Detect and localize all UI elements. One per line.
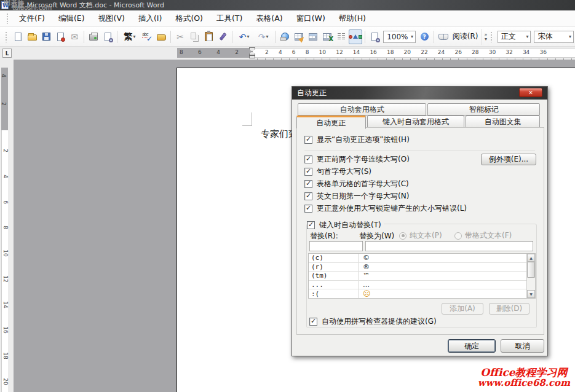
tab-autocorrect[interactable]: 自动更正 [296,116,366,129]
replace-label: 替换(R): [310,231,338,241]
checkbox-capitalize-table-cells[interactable]: ✓ 表格单元格的首字母大写(C) [304,179,409,189]
cancel-button[interactable]: 取消 [501,339,544,353]
document-map-icon [371,33,378,41]
checkbox-correct-two-initial-caps[interactable]: ✓ 更正前两个字母连续大写(O) [304,154,410,164]
hyperlink-button[interactable] [278,29,291,44]
tables-borders-button[interactable] [292,29,306,44]
table-row[interactable]: (c) © [309,254,526,263]
checkbox-replace-as-you-type[interactable]: ✓ 键入时自动替换(T) [307,220,384,230]
exceptions-button[interactable]: 例外项(E)... [481,154,536,165]
check-icon: ✓ [306,205,311,211]
checkbox-capitalize-dates[interactable]: ✓ 英文日期第一个字母大写(N) [304,191,409,201]
undo-button[interactable]: ↶▾ [235,29,253,44]
read-label: 阅读(R) [453,31,478,42]
checkbox[interactable]: ✓ [304,136,312,144]
menu-item[interactable]: 表格(A) [249,11,289,26]
vertical-ruler-gray-numbers: 42 [2,73,6,107]
paste-button[interactable] [202,29,215,44]
replace-cell: ... [309,281,359,289]
with-cell: ® [359,263,526,272]
new-document-button[interactable] [11,29,25,44]
scrollbar-thumb[interactable] [527,262,535,278]
menu-item[interactable]: 编辑(E) [52,11,92,26]
table-scrollbar[interactable]: ▲ ▼ [526,254,535,298]
tab-row-1: 自动套用格式 智能标记 [298,103,540,116]
checkbox[interactable]: ✓ [304,155,312,163]
table-row[interactable]: (tm) ™ [309,272,526,281]
help-button[interactable]: ? [418,29,431,44]
menu-item[interactable]: 插入(I) [132,11,169,26]
save-button[interactable] [39,29,53,44]
print-button[interactable] [87,29,100,44]
toolbar-options-button[interactable]: »▾ [482,29,490,45]
toolbar-grip[interactable] [490,31,493,42]
tab-smart-tags[interactable]: 智能标记 [427,103,540,116]
checkbox[interactable]: ✓ [304,168,312,176]
spelling-button[interactable]: abc✓ [140,29,154,44]
checkbox-show-autocorrect-options[interactable]: ✓ 显示“自动更正选项”按钮(H) [304,135,410,144]
style-combobox[interactable]: 正文▾ [498,31,531,43]
dialog-title: 自动更正 [297,88,327,98]
open-button[interactable] [25,29,39,44]
columns-icon [338,33,345,41]
ruler-white-numbers: 24681012141618202224262830323436 [265,49,547,55]
document-map-button[interactable] [368,29,381,44]
reading-mode-button[interactable]: 阅读(R) [437,29,480,44]
menu-item[interactable]: 格式(O) [169,11,210,26]
checkbox[interactable]: ✓ [307,221,315,229]
radio-plain-text: 纯文本(P) [399,230,442,241]
tab-stop-selector[interactable]: L [2,49,12,58]
menu-item[interactable]: 视图(V) [92,11,132,26]
toolbar-grip[interactable] [6,13,9,24]
scroll-up-button[interactable]: ▲ [527,254,535,262]
ok-button[interactable]: 确定 [448,339,496,353]
indent-marker[interactable] [248,47,256,59]
checkbox-label: 键入时自动替换(T) [319,220,381,230]
table-row[interactable]: ... … [309,281,526,290]
autocorrect-rows: (c) © (r) ® (tm) ™ ... … :( [309,254,526,298]
permission-button[interactable] [54,29,67,44]
menu-item[interactable]: 文件(F) [12,11,52,26]
pencil-icon [298,35,306,42]
tab-autoformat-as-you-type[interactable]: 键入时自动套用格式 [367,116,465,128]
table-row[interactable]: :( ☹ [309,289,526,298]
checkbox[interactable]: ✓ [309,318,317,326]
menu-item[interactable]: 窗口(W) [290,11,332,26]
insert-table-button[interactable] [306,29,320,44]
checkbox-use-spelling-suggestions[interactable]: ✓ 自动使用拼写检查器提供的建议(G) [309,316,437,326]
checkbox-capitalize-sentences[interactable]: ✓ 句首字母大写(S) [304,167,371,176]
checkbox[interactable]: ✓ [304,192,312,200]
dialog-close-button[interactable]: ✕ [519,88,542,97]
tab-autotext[interactable]: 自动图文集 [466,116,540,128]
scrollbar-track[interactable] [527,262,535,290]
table-row[interactable]: (r) ® [309,263,526,272]
radio-button [399,232,406,240]
print-preview-button[interactable] [101,29,114,44]
drawing-button[interactable] [349,29,362,44]
insert-excel-button[interactable]: X [320,29,334,44]
font-combobox[interactable]: 宋体▾ [534,31,574,43]
toolbar-grip[interactable] [5,31,7,42]
research-button[interactable] [154,29,168,44]
mail-button[interactable]: ✉ [68,29,81,44]
checkbox-label: 英文日期第一个字母大写(N) [317,191,409,202]
menu-item[interactable]: 帮助(H) [332,11,373,26]
checkbox[interactable]: ✓ [304,180,312,188]
scroll-down-button[interactable]: ▼ [527,290,535,298]
insert-table-icon [309,33,317,41]
tab-autoformat[interactable]: 自动套用格式 [298,103,426,116]
help-icon: ? [421,33,429,41]
columns-button[interactable] [335,29,348,44]
replace-with-input[interactable] [365,241,533,251]
title-watermark: 图老师 tulaoshi.com [4,1,52,10]
traditional-chinese-button[interactable]: 繁▾ [120,29,140,44]
menu-item[interactable]: 工具(T) [210,11,249,26]
checkbox-correct-caps-lock[interactable]: ✓ 更正意外使用大写锁定键产生的大小写错误(L) [304,203,467,213]
format-painter-button[interactable] [216,29,229,44]
autocorrect-entries-table[interactable]: (c) © (r) ® (tm) ™ ... … :( [308,253,536,299]
dialog-title-bar[interactable]: 自动更正 [292,87,547,100]
zoom-combobox[interactable]: 100%▾ [383,31,416,43]
zoom-value: 100% [387,33,408,41]
checkbox[interactable]: ✓ [304,205,312,213]
replace-input[interactable] [309,241,363,251]
